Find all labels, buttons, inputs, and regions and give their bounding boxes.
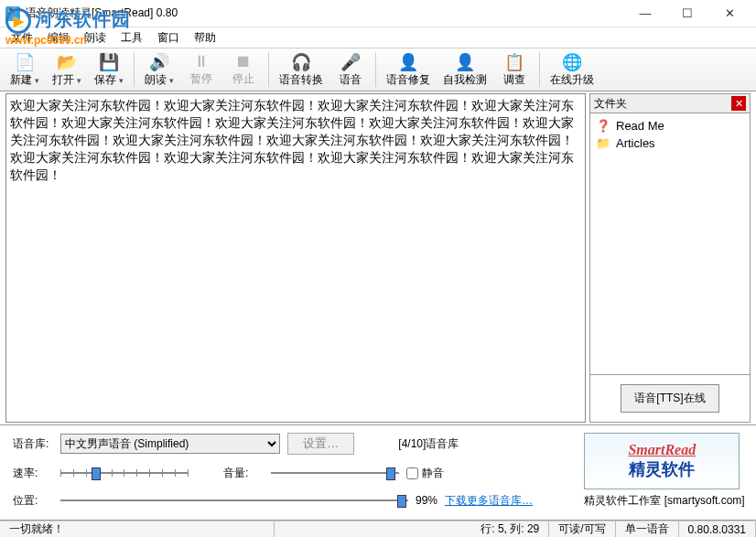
position-percent: 99% <box>416 494 437 507</box>
toolbar-open-button[interactable]: 📂打开 <box>46 49 88 90</box>
toolbar-upgrade-label: 在线升级 <box>550 72 594 88</box>
toolbar: 📄新建📂打开💾保存🔊朗读⏸暂停⏹停止🎧语音转换🎤语音👤语音修复👤自我检测📋调查🌐… <box>0 48 756 91</box>
toolbar-convert-button[interactable]: 🎧语音转换 <box>273 49 329 90</box>
stop-icon: ⏹ <box>235 52 252 71</box>
status-version: 0.80.8.0331 <box>679 521 756 537</box>
voice-icon: 🎤 <box>340 52 361 72</box>
menu-item-3[interactable]: 工具 <box>113 28 150 48</box>
folder-icon: ❓ <box>596 119 610 133</box>
voice-count-label: [4/10]语音库 <box>398 436 459 452</box>
volume-label: 音量: <box>223 466 264 481</box>
toolbar-repair-button[interactable]: 👤语音修复 <box>380 49 437 90</box>
voice-select[interactable]: 中文男声语音 (Simplified) <box>60 434 280 454</box>
menu-bar: 文件编辑朗读工具窗口帮助 <box>0 27 756 48</box>
upgrade-icon: 🌐 <box>562 52 582 72</box>
menu-item-5[interactable]: 帮助 <box>187 28 223 48</box>
side-panel-title: 文件夹 <box>594 96 731 112</box>
download-more-voices-link[interactable]: 下载更多语音库… <box>445 493 533 509</box>
toolbar-voice-label: 语音 <box>340 72 362 88</box>
menu-item-4[interactable]: 窗口 <box>150 28 187 48</box>
toolbar-separator <box>268 52 269 87</box>
studio-label: 精灵软件工作室 <box>584 494 661 507</box>
toolbar-separator <box>134 52 135 87</box>
product-logo: SmartRead 精灵软件 <box>584 433 740 489</box>
menu-item-0[interactable]: 文件 <box>4 28 40 48</box>
rate-slider[interactable] <box>60 464 189 482</box>
bottom-panel: 语音库: 中文男声语音 (Simplified) 设置… [4/10]语音库 速… <box>0 425 756 521</box>
selftest-icon: 👤 <box>455 52 475 72</box>
toolbar-save-button[interactable]: 💾保存 <box>88 49 130 90</box>
pause-icon: ⏸ <box>193 52 210 71</box>
menu-item-1[interactable]: 编辑 <box>40 28 77 48</box>
toolbar-selftest-label: 自我检测 <box>443 72 487 88</box>
toolbar-stop-button: ⏹停止 <box>222 49 265 90</box>
convert-icon: 🎧 <box>291 52 311 72</box>
toolbar-voice-button[interactable]: 🎤语音 <box>329 49 372 90</box>
toolbar-read-label: 朗读 <box>145 72 174 88</box>
minimize-button[interactable]: — <box>624 0 666 27</box>
voice-library-label: 语音库: <box>13 436 53 452</box>
toolbar-convert-label: 语音转换 <box>279 72 323 88</box>
studio-link[interactable]: [smartysoft.com] <box>664 494 745 507</box>
new-icon: 📄 <box>15 52 35 72</box>
survey-icon: 📋 <box>504 52 524 72</box>
menu-item-2[interactable]: 朗读 <box>77 28 113 48</box>
volume-slider[interactable] <box>271 464 399 482</box>
toolbar-save-label: 保存 <box>94 72 124 88</box>
toolbar-new-button[interactable]: 📄新建 <box>4 49 46 90</box>
logo-box: SmartRead 精灵软件 精灵软件工作室 [smartysoft.com] <box>573 425 756 520</box>
tree-item-1[interactable]: 📁Articles <box>594 134 746 152</box>
toolbar-repair-label: 语音修复 <box>386 72 430 88</box>
text-editor[interactable]: 欢迎大家关注河东软件园！欢迎大家关注河东软件园！欢迎大家关注河东软件园！欢迎大家… <box>5 93 586 423</box>
status-bar: 一切就绪！ 行: 5, 列: 29 可读/可写 单一语音 0.80.8.0331 <box>0 521 756 537</box>
read-icon: 🔊 <box>149 52 169 72</box>
close-button[interactable]: ✕ <box>708 0 751 27</box>
status-ready: 一切就绪！ <box>0 521 275 537</box>
maximize-button[interactable]: ☐ <box>666 0 708 27</box>
app-icon <box>5 6 20 21</box>
position-label: 位置: <box>13 493 53 509</box>
tree-item-label: Articles <box>616 136 655 150</box>
toolbar-pause-label: 暂停 <box>190 71 212 87</box>
toolbar-new-label: 新建 <box>10 72 39 88</box>
toolbar-separator <box>539 52 540 87</box>
toolbar-open-label: 打开 <box>52 72 81 88</box>
folder-icon: 📁 <box>596 136 610 150</box>
rate-label: 速率: <box>13 466 53 481</box>
status-cursor: 行: 5, 列: 29 <box>471 521 549 537</box>
toolbar-pause-button: ⏸暂停 <box>180 49 222 90</box>
side-panel-header: 文件夹 ✕ <box>589 93 751 113</box>
toolbar-survey-button[interactable]: 📋调查 <box>493 49 535 90</box>
tree-item-0[interactable]: ❓Read Me <box>594 117 746 134</box>
toolbar-read-button[interactable]: 🔊朗读 <box>138 49 180 90</box>
save-icon: 💾 <box>99 52 119 72</box>
window-title: 语音朗读精灵[SmartRead] 0.80 <box>26 5 624 21</box>
status-single: 单一语音 <box>616 521 679 537</box>
status-readable: 可读/可写 <box>549 521 615 537</box>
folder-tree[interactable]: ❓Read Me📁Articles <box>589 113 751 375</box>
mute-checkbox[interactable]: 静音 <box>406 466 444 481</box>
side-panel: 文件夹 ✕ ❓Read Me📁Articles 语音[TTS]在线 <box>589 93 751 423</box>
title-bar: 语音朗读精灵[SmartRead] 0.80 — ☐ ✕ <box>0 0 756 27</box>
toolbar-separator <box>375 52 376 87</box>
tree-item-label: Read Me <box>616 119 664 133</box>
toolbar-survey-label: 调查 <box>503 72 525 88</box>
settings-button[interactable]: 设置… <box>287 433 354 455</box>
tts-online-button[interactable]: 语音[TTS]在线 <box>621 384 718 413</box>
side-panel-close-button[interactable]: ✕ <box>731 96 746 111</box>
toolbar-upgrade-button[interactable]: 🌐在线升级 <box>544 49 600 90</box>
toolbar-selftest-button[interactable]: 👤自我检测 <box>437 49 493 90</box>
position-slider[interactable] <box>60 491 408 510</box>
repair-icon: 👤 <box>398 52 418 72</box>
open-icon: 📂 <box>57 52 77 72</box>
toolbar-stop-label: 停止 <box>232 71 254 87</box>
